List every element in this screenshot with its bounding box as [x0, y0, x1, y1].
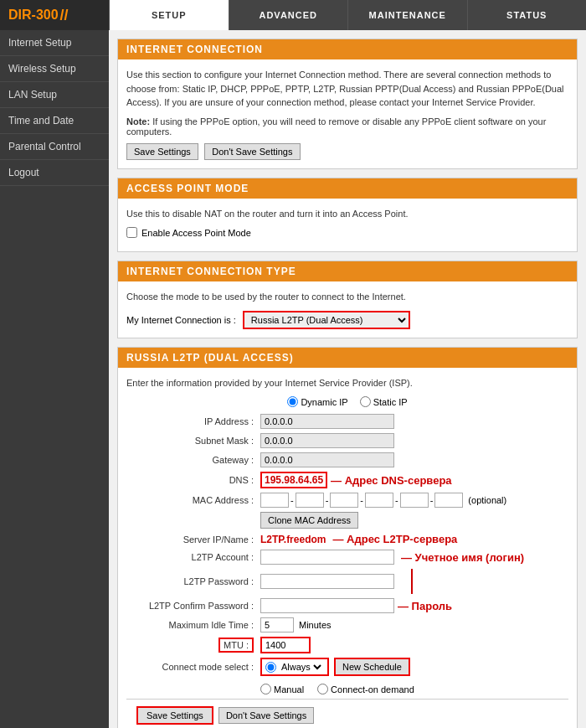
internet-connection-buttons: Save Settings Don't Save Settings: [126, 143, 568, 160]
internet-connection-section: INTERNET CONNECTION Use this section to …: [117, 39, 578, 169]
internet-connection-body: Use this section to configure your Inter…: [118, 59, 577, 168]
sidebar: Internet Setup Wireless Setup LAN Setup …: [0, 30, 109, 728]
l2tp-description: Enter the information provided by your I…: [126, 376, 568, 390]
mac-sep-3: -: [360, 495, 363, 505]
dns-row: DNS : 195.98.64.65 — Адрес DNS-сервера: [126, 472, 568, 488]
manual-row: Manual Connect-on demand: [126, 680, 568, 694]
mtu-label-box: MTU :: [218, 638, 254, 653]
subnet-mask-input[interactable]: [260, 433, 394, 448]
logo-text: DIR-300: [8, 8, 59, 23]
dont-save-settings-button-top[interactable]: Don't Save Settings: [204, 143, 300, 160]
access-point-checkbox-row: Enable Access Point Mode: [126, 227, 568, 238]
server-ip-row: Server IP/Name : L2TP.freedom — Адрес L2…: [126, 533, 568, 545]
always-select-wrap: Always: [260, 658, 329, 676]
l2tp-confirm-input[interactable]: [260, 598, 394, 613]
main-content: INTERNET CONNECTION Use this section to …: [109, 30, 586, 728]
save-settings-button-bottom[interactable]: Save Settings: [136, 706, 213, 725]
manual-radio[interactable]: [260, 684, 271, 694]
tab-status[interactable]: STATUS: [467, 0, 587, 30]
ict-select[interactable]: Russia L2TP (Dual Access): [243, 311, 410, 329]
access-point-description: Use this to disable NAT on the router an…: [126, 207, 568, 221]
sidebar-item-internet[interactable]: Internet Setup: [0, 30, 109, 56]
max-idle-row: Maximum Idle Time : Minutes: [126, 617, 568, 632]
dynamic-ip-label[interactable]: Dynamic IP: [287, 396, 347, 407]
dns-annotation: — Адрес DNS-сервера: [331, 474, 452, 487]
access-point-header: ACCESS POINT MODE: [118, 178, 577, 199]
gateway-input[interactable]: [260, 452, 394, 467]
ict-label: My Internet Connection is :: [126, 315, 236, 325]
internet-connection-note: Note: If using the PPPoE option, you wil…: [126, 116, 568, 137]
mac-input-6[interactable]: [434, 493, 463, 508]
clone-mac-button[interactable]: Clone MAC Address: [260, 512, 358, 529]
mac-input-4[interactable]: [365, 493, 393, 508]
connect-mode-row: Connect mode select : Always New Schedul…: [126, 658, 568, 676]
mac-address-row: MAC Address : - - - - - (optional): [126, 493, 568, 508]
internet-connection-description: Use this section to configure your Inter…: [126, 68, 568, 110]
access-point-checkbox[interactable]: [126, 227, 137, 238]
bottom-save-row: Save Settings Don't Save Settings: [126, 699, 568, 728]
max-idle-input[interactable]: [260, 617, 294, 632]
minutes-label: Minutes: [299, 620, 332, 630]
connect-mode-controls: Always New Schedule: [260, 658, 410, 676]
access-point-body: Use this to disable NAT on the router an…: [118, 199, 577, 252]
l2tp-header: RUSSIA L2TP (DUAL ACCESS): [118, 348, 577, 368]
connect-on-demand-radio[interactable]: [317, 684, 328, 694]
max-idle-label: Maximum Idle Time :: [126, 620, 260, 630]
tab-advanced[interactable]: ADVANCED: [229, 0, 348, 30]
mac-input-1[interactable]: [260, 493, 289, 508]
sidebar-item-time[interactable]: Time and Date: [0, 108, 109, 134]
l2tp-section: RUSSIA L2TP (DUAL ACCESS) Enter the info…: [117, 347, 578, 729]
ict-body: Choose the mode to be used by the router…: [118, 281, 577, 338]
logo-slash: //: [60, 7, 69, 24]
ip-address-row: IP Address :: [126, 414, 568, 429]
mac-sep-5: -: [430, 495, 434, 505]
sidebar-item-wireless[interactable]: Wireless Setup: [0, 56, 109, 82]
new-schedule-button[interactable]: New Schedule: [334, 658, 410, 676]
l2tp-body: Enter the information provided by your I…: [118, 368, 577, 729]
static-ip-label[interactable]: Static IP: [360, 396, 408, 407]
mac-inputs: - - - - - (optional): [260, 493, 506, 508]
ict-section: INTERNET CONNECTION TYPE Choose the mode…: [117, 261, 578, 338]
connect-on-demand-label[interactable]: Connect-on demand: [317, 684, 414, 694]
mtu-label: MTU :: [126, 640, 260, 650]
sidebar-item-lan[interactable]: LAN Setup: [0, 82, 109, 108]
mtu-row: MTU :: [126, 637, 568, 653]
l2tp-password-label: L2TP Password :: [126, 576, 260, 586]
ip-address-input[interactable]: [260, 414, 394, 429]
ip-address-label: IP Address :: [126, 416, 260, 426]
subnet-mask-label: Subnet Mask :: [126, 436, 260, 446]
sidebar-item-logout[interactable]: Logout: [0, 160, 109, 186]
container: Internet Setup Wireless Setup LAN Setup …: [0, 30, 586, 728]
ict-header: INTERNET CONNECTION TYPE: [118, 261, 577, 281]
tab-maintenance[interactable]: MAINTENANCE: [347, 0, 467, 30]
l2tp-password-row: L2TP Password :: [126, 569, 568, 594]
l2tp-account-input[interactable]: [260, 550, 394, 565]
access-point-checkbox-label: Enable Access Point Mode: [141, 228, 251, 238]
ip-type-radio-row: Dynamic IP Static IP: [126, 396, 568, 407]
always-radio[interactable]: [265, 662, 276, 673]
ict-row: My Internet Connection is : Russia L2TP …: [126, 311, 568, 329]
mac-input-5[interactable]: [400, 493, 429, 508]
l2tp-password-input[interactable]: [260, 574, 394, 589]
static-ip-radio[interactable]: [360, 396, 371, 407]
manual-options: Manual Connect-on demand: [260, 684, 414, 694]
subnet-mask-row: Subnet Mask :: [126, 433, 568, 448]
dynamic-ip-radio[interactable]: [287, 396, 298, 407]
mac-sep-2: -: [326, 495, 329, 505]
dont-save-settings-button-bottom[interactable]: Don't Save Settings: [218, 707, 314, 724]
always-select[interactable]: Always: [278, 661, 324, 673]
mac-input-2[interactable]: [296, 493, 324, 508]
l2tp-confirm-label: L2TP Confirm Password :: [126, 601, 260, 611]
manual-label[interactable]: Manual: [260, 684, 304, 694]
access-point-section: ACCESS POINT MODE Use this to disable NA…: [117, 178, 578, 253]
mac-input-3[interactable]: [330, 493, 358, 508]
mtu-input[interactable]: [260, 637, 311, 653]
save-settings-button-top[interactable]: Save Settings: [126, 143, 198, 160]
server-annotation: — Адрес L2TP-сервера: [332, 533, 457, 545]
sidebar-item-parental[interactable]: Parental Control: [0, 134, 109, 160]
clone-mac-row: Clone MAC Address: [126, 512, 568, 529]
nav-tabs: SETUP ADVANCED MAINTENANCE STATUS: [109, 0, 586, 30]
gateway-row: Gateway :: [126, 452, 568, 467]
tab-setup[interactable]: SETUP: [109, 0, 229, 30]
l2tp-account-label: L2TP Account :: [126, 552, 260, 562]
